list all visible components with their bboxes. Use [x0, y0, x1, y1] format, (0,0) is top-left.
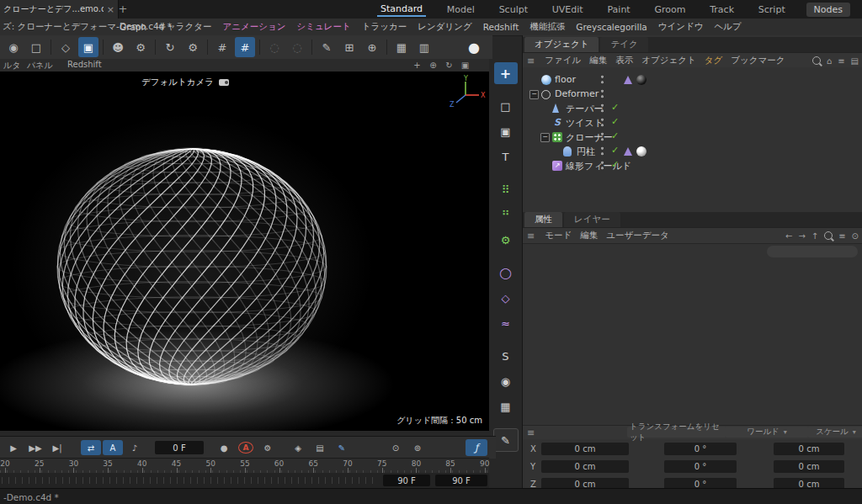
attribute-search-input[interactable]: [767, 246, 858, 257]
visibility-dots[interactable]: [600, 118, 604, 127]
menu-item-8[interactable]: Greyscalegorilla: [576, 22, 647, 32]
range-end-field-2[interactable]: 90 F: [435, 475, 487, 486]
om-menu-0[interactable]: ファイル: [545, 55, 581, 66]
at-menu-1[interactable]: 編集: [580, 230, 598, 241]
reset-transform-button[interactable]: トランスフォームをリセット: [627, 427, 726, 438]
tab-layers[interactable]: レイヤー: [564, 212, 620, 227]
animation-mode-toggle[interactable]: A: [103, 440, 123, 455]
coord-input-Y-0[interactable]: 0 cm: [541, 460, 629, 473]
loop-toggle[interactable]: ⇄: [81, 440, 101, 455]
zoom-icon[interactable]: ⊕: [428, 61, 439, 70]
om-menu-1[interactable]: 編集: [589, 55, 607, 66]
coord-input-X-1[interactable]: 0 °: [664, 443, 737, 455]
expander-icon[interactable]: −: [529, 90, 539, 99]
object-label[interactable]: floor: [555, 74, 576, 85]
menu-item-4[interactable]: トラッカー: [362, 21, 407, 33]
tree-row-Deformer[interactable]: −Deformer: [523, 87, 862, 101]
search-icon[interactable]: [812, 56, 821, 65]
material-sphere[interactable]: ●: [464, 37, 484, 57]
visibility-dots[interactable]: [600, 132, 604, 141]
phong-tag-icon[interactable]: [624, 147, 632, 156]
text-object-button[interactable]: T: [494, 146, 518, 167]
forward-icon[interactable]: →: [798, 231, 805, 241]
layout-tab-groom[interactable]: Groom: [651, 3, 689, 17]
reset-psr[interactable]: ↻: [160, 37, 180, 57]
tab-redshift[interactable]: Redshift: [67, 60, 102, 69]
menu-item-1[interactable]: キャラクター: [157, 21, 211, 33]
rectangle-tool[interactable]: □: [494, 95, 518, 117]
enabled-check-icon[interactable]: ✓: [611, 102, 619, 113]
coordinate-space-dropdown[interactable]: ワールド ▾: [725, 427, 809, 438]
up-icon[interactable]: ↑: [811, 231, 818, 241]
om-menu-4[interactable]: タグ: [705, 55, 723, 66]
sphere-field-button[interactable]: ◯: [494, 262, 518, 284]
matrix-button[interactable]: ⠛: [494, 204, 518, 225]
fcurve-button[interactable]: ƒ: [466, 439, 487, 456]
object-label[interactable]: テーパー: [566, 103, 604, 115]
filter-icon[interactable]: ≡: [838, 231, 845, 241]
om-menu-3[interactable]: オブジェクト: [641, 55, 695, 66]
panel-menu-icon[interactable]: ≡: [527, 231, 535, 241]
motion-system-button[interactable]: ⊚: [407, 440, 428, 455]
menu-item-10[interactable]: ヘルプ: [715, 21, 742, 33]
layout-tab-standard[interactable]: Standard: [377, 2, 426, 17]
coord-input-X-0[interactable]: 0 cm: [541, 443, 629, 455]
autokey-button[interactable]: A: [238, 442, 253, 454]
keyframe-selection-button[interactable]: ◈: [288, 440, 308, 455]
menu-item-2[interactable]: アニメーション: [222, 21, 285, 33]
om-menu-2[interactable]: 表示: [615, 55, 633, 66]
tweak-tool[interactable]: ◇: [56, 37, 76, 57]
audio-toggle[interactable]: ♪: [125, 440, 145, 455]
tab-attributes[interactable]: 属性: [524, 212, 562, 227]
object-label[interactable]: クローナー: [566, 131, 613, 144]
object-label[interactable]: 円柱: [577, 146, 595, 158]
pen-tool-button[interactable]: ✎: [493, 428, 519, 452]
new-tab-button[interactable]: +: [116, 2, 130, 16]
tab-filter[interactable]: ルタ: [3, 60, 20, 72]
timeline-range-bar[interactable]: 90 F 90 F: [0, 473, 489, 488]
panel-menu-icon[interactable]: ≡: [527, 56, 535, 66]
tree-row-線形フィールド[interactable]: ↗線形フィールド✓: [523, 158, 862, 172]
layout-tab-paint[interactable]: Paint: [604, 3, 633, 17]
enabled-check-icon[interactable]: ✓: [611, 145, 619, 156]
box-field-button[interactable]: ◇: [494, 287, 518, 309]
enabled-check-icon[interactable]: ✓: [611, 130, 619, 141]
keying-settings-button[interactable]: ⚙: [258, 440, 278, 455]
menu-item-9[interactable]: ウインドウ: [658, 21, 704, 33]
panel-menu-icon[interactable]: ≡: [527, 427, 535, 438]
tree-row-テーパー[interactable]: テーパー✓: [523, 101, 862, 115]
character-settings[interactable]: ⚙: [130, 37, 151, 57]
pan-icon[interactable]: +: [412, 61, 423, 70]
maximize-icon[interactable]: ▣: [460, 61, 471, 70]
visibility-dots[interactable]: [600, 89, 604, 98]
menu-item-3[interactable]: シミュレート: [296, 21, 350, 33]
layout-tab-model[interactable]: Model: [444, 3, 478, 17]
current-frame-field[interactable]: 0 F: [155, 441, 204, 454]
menu-item-0[interactable]: Graph: [120, 22, 146, 32]
fracture-button[interactable]: ⚙: [494, 229, 518, 251]
layout-icon[interactable]: ▤: [851, 56, 859, 66]
enabled-check-icon[interactable]: ✓: [611, 116, 619, 127]
tree-row-クローナー[interactable]: −クローナー✓: [523, 130, 862, 144]
timeline-ruler[interactable]: 202530354045505560657075808590: [0, 458, 489, 474]
simulation-settings[interactable]: ⚙: [183, 37, 203, 57]
modeling-pen[interactable]: ✎: [317, 37, 337, 57]
filter-icon[interactable]: ≡: [838, 56, 844, 66]
lock-icon[interactable]: ⊙: [852, 231, 859, 241]
om-menu-5[interactable]: ブックマーク: [731, 55, 785, 66]
layout-tab-uvedit[interactable]: UVEdit: [549, 3, 587, 17]
enabled-check-icon[interactable]: ✓: [611, 159, 619, 170]
document-tab[interactable]: クローナーとデフ...emo.c4d * ×: [0, 0, 119, 19]
layout-tab-sculpt[interactable]: Sculpt: [496, 3, 531, 17]
record-button[interactable]: ●: [214, 440, 234, 455]
character-tool[interactable]: ☻: [108, 37, 128, 57]
fast-forward-button[interactable]: ▶▶: [25, 440, 45, 455]
rotate-icon[interactable]: ↻: [444, 61, 455, 70]
goto-end-button[interactable]: ▶|: [47, 440, 67, 455]
render-view-button[interactable]: ▦: [391, 37, 412, 57]
tab-panel[interactable]: パネル: [27, 60, 53, 72]
keyframe-mode-button[interactable]: ▤: [310, 440, 330, 455]
object-label[interactable]: Deformer: [555, 88, 599, 99]
visibility-dots[interactable]: [600, 146, 604, 156]
quantize-toggle[interactable]: #: [235, 37, 255, 57]
